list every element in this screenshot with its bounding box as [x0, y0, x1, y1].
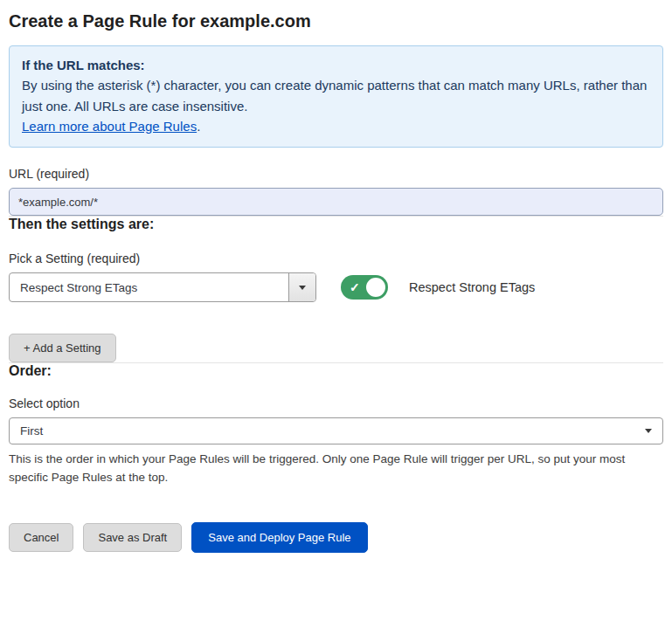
toggle-knob [364, 276, 387, 299]
info-box-heading: If the URL matches: [22, 55, 650, 75]
order-select-value: First [20, 424, 43, 438]
chevron-down-icon [299, 286, 306, 290]
cancel-button[interactable]: Cancel [9, 523, 73, 552]
setting-select-dropdown-button[interactable] [288, 273, 315, 301]
add-setting-button[interactable]: + Add a Setting [9, 334, 116, 362]
link-suffix: . [197, 119, 200, 134]
save-deploy-button[interactable]: Save and Deploy Page Rule [191, 522, 367, 553]
page-title: Create a Page Rule for example.com [9, 11, 663, 31]
setting-row: Respect Strong ETags ✓ Respect Strong ET… [9, 272, 663, 302]
check-icon: ✓ [350, 281, 360, 293]
create-page-rule-form: Create a Page Rule for example.com If th… [0, 0, 672, 553]
setting-select[interactable]: Respect Strong ETags [9, 272, 316, 302]
learn-more-link[interactable]: Learn more about Page Rules [22, 119, 197, 134]
url-input[interactable] [9, 188, 663, 216]
chevron-down-icon [645, 429, 652, 433]
info-box-body: By using the asterisk (*) character, you… [22, 75, 650, 116]
setting-select-value: Respect Strong ETags [10, 273, 288, 301]
order-select[interactable]: First [9, 417, 663, 444]
info-box-link-line: Learn more about Page Rules. [22, 116, 650, 136]
etags-toggle[interactable]: ✓ [341, 275, 388, 300]
order-select-label: Select option [9, 396, 663, 410]
order-heading: Order: [9, 363, 663, 379]
settings-heading: Then the settings are: [9, 217, 663, 232]
pick-setting-label: Pick a Setting (required) [9, 251, 663, 265]
toggle-wrap: ✓ Respect Strong ETags [341, 275, 535, 300]
footer-actions: Cancel Save as Draft Save and Deploy Pag… [9, 522, 663, 553]
toggle-label: Respect Strong ETags [409, 280, 535, 294]
url-label: URL (required) [9, 167, 663, 181]
url-match-info-box: If the URL matches: By using the asteris… [9, 45, 663, 148]
order-help-text: This is the order in which your Page Rul… [9, 451, 660, 487]
save-draft-button[interactable]: Save as Draft [83, 523, 182, 552]
